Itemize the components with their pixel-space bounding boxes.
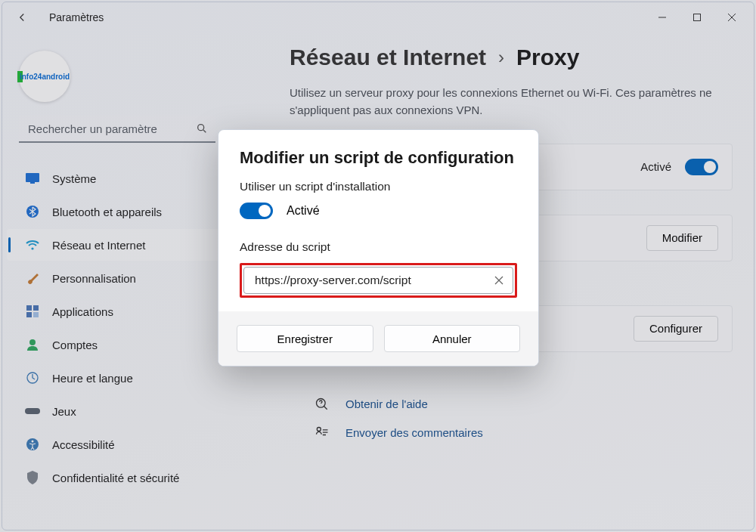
save-button[interactable]: Enregistrer <box>237 325 373 352</box>
highlight-box <box>240 263 517 298</box>
dialog-subtitle: Utiliser un script d'installation <box>240 180 517 193</box>
edit-script-dialog: Modifier un script de configuration Util… <box>218 129 539 367</box>
dialog-toggle-label: Activé <box>287 204 320 218</box>
dialog-title: Modifier un script de configuration <box>240 148 517 168</box>
dialog-toggle-switch[interactable] <box>240 203 273 219</box>
cancel-button[interactable]: Annuler <box>384 325 521 352</box>
clear-input-icon[interactable] <box>491 273 507 288</box>
script-address-label: Adresse du script <box>240 240 517 254</box>
script-address-input[interactable] <box>253 273 491 288</box>
